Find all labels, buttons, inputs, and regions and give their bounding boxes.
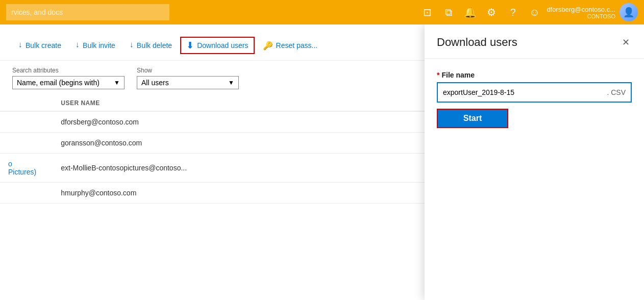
- search-input[interactable]: [6, 4, 169, 20]
- user-tenant: CONTOSO: [547, 13, 615, 19]
- row-side-label: o Pictures): [0, 154, 48, 183]
- user-name: dforsberg@contoso.c...: [547, 6, 615, 13]
- topbar-icons: ⊡ ⧉ 🔔 ⚙ ? ☺ dforsberg@contoso.c... CONTO…: [418, 3, 638, 21]
- download-users-icon: ⬇: [186, 40, 194, 51]
- search-filter-select[interactable]: Name, email (begins with) ▼: [12, 76, 125, 89]
- user-name-cell: goransson@contoso.com: [48, 133, 471, 154]
- required-star: *: [437, 71, 439, 79]
- topbar-user[interactable]: dforsberg@contoso.c... CONTOSO 👤: [547, 3, 638, 21]
- show-filter-label: Show: [137, 67, 239, 74]
- show-filter-group: Show All users ▼: [137, 67, 239, 89]
- user-name-cell: ext-MollieB-contosopictures@contoso...: [48, 154, 471, 183]
- terminal-icon[interactable]: ⊡: [418, 3, 436, 21]
- main-layout: ↑ Bulk create ↑ Bulk invite ↑ Bulk delet…: [0, 24, 644, 300]
- user-name-cell: hmurphy@contoso.com: [48, 183, 471, 204]
- search-filter-label: Search attributes: [12, 67, 125, 74]
- row-side-label: [0, 183, 48, 204]
- row-side-label: [0, 133, 48, 154]
- bulk-delete-button[interactable]: ↑ Bulk delete: [123, 38, 178, 53]
- settings-icon[interactable]: ⚙: [482, 3, 501, 21]
- download-users-panel: Download users ✕ * File name . CSV Start: [425, 24, 644, 300]
- panel-header: Download users ✕: [425, 24, 644, 59]
- download-users-button[interactable]: ⬇ Download users: [180, 37, 254, 54]
- bulk-invite-button[interactable]: ↑ Bulk invite: [69, 38, 121, 53]
- bulk-create-icon: ↑: [18, 41, 22, 50]
- topbar: ⊡ ⧉ 🔔 ⚙ ? ☺ dforsberg@contoso.c... CONTO…: [0, 0, 644, 24]
- panel-close-button[interactable]: ✕: [620, 35, 632, 50]
- username-header: USER NAME: [48, 95, 471, 111]
- help-icon[interactable]: ?: [504, 3, 522, 21]
- file-name-input[interactable]: [438, 83, 602, 102]
- search-filter-chevron: ▼: [114, 79, 120, 86]
- panel-body: * File name . CSV Start: [425, 59, 644, 300]
- key-icon: 🔑: [263, 41, 273, 51]
- bulk-delete-icon: ↑: [130, 41, 134, 50]
- show-filter-value: All users: [141, 79, 169, 87]
- file-name-row: . CSV: [437, 82, 632, 103]
- bulk-create-button[interactable]: ↑ Bulk create: [12, 38, 67, 53]
- show-filter-chevron: ▼: [228, 79, 234, 86]
- checkbox-header: [0, 95, 48, 111]
- file-name-label: * File name: [437, 71, 632, 79]
- show-filter-select[interactable]: All users ▼: [137, 76, 239, 89]
- bell-icon[interactable]: 🔔: [461, 3, 479, 21]
- csv-suffix-label: . CSV: [602, 88, 631, 96]
- panel-title: Download users: [437, 36, 517, 49]
- search-filter-group: Search attributes Name, email (begins wi…: [12, 67, 125, 89]
- search-filter-value: Name, email (begins with): [17, 79, 100, 87]
- start-button[interactable]: Start: [437, 109, 508, 128]
- reset-pass-button[interactable]: 🔑 Reset pass...: [257, 38, 324, 54]
- content-area: ↑ Bulk create ↑ Bulk invite ↑ Bulk delet…: [0, 24, 644, 300]
- user-name-cell: dforsberg@contoso.com: [48, 111, 471, 133]
- avatar: 👤: [620, 3, 638, 21]
- feedback-icon[interactable]: ⧉: [439, 3, 458, 21]
- topbar-left: [6, 4, 169, 20]
- row-side-label: [0, 111, 48, 133]
- bulk-invite-icon: ↑: [76, 41, 80, 50]
- smiley-icon[interactable]: ☺: [525, 3, 543, 21]
